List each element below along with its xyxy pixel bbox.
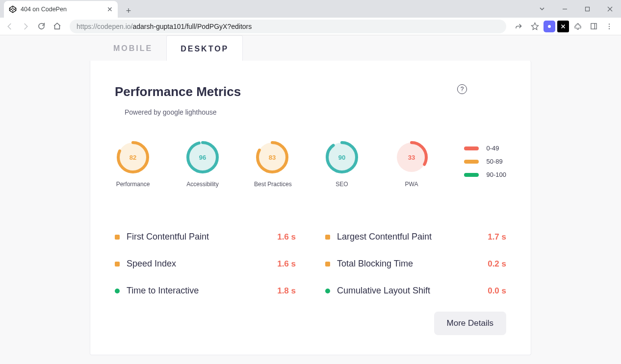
legend-row: 90-100: [464, 171, 506, 178]
star-icon[interactable]: [528, 20, 542, 33]
metric-value: 1.6 s: [271, 232, 296, 242]
metrics-panel: Performance Metrics Powered by google li…: [90, 61, 531, 355]
share-icon[interactable]: [512, 20, 526, 33]
forward-icon: [19, 20, 32, 33]
gauge-value: 90: [325, 141, 359, 174]
more-details-button[interactable]: More Details: [434, 312, 506, 335]
gauges-row: 82 Performance 96 Accessibility 83 Best …: [115, 141, 506, 188]
metric-row: First Contentful Paint 1.6 s: [115, 232, 296, 242]
gauge-seo: 90 SEO: [324, 141, 360, 188]
metric-name: Speed Index: [127, 259, 265, 269]
gauge-label: SEO: [324, 181, 360, 188]
score-legend: 0-4950-8990-100: [464, 141, 506, 178]
viewport: MOBILE DESKTOP Performance Metrics Power…: [0, 35, 621, 364]
extensions-icon[interactable]: [571, 20, 585, 33]
toolbar: https://codepen.io/adarsh-gupta101/full/…: [0, 18, 621, 35]
gauge-pwa: 33 PWA: [393, 141, 430, 188]
svg-point-2: [548, 25, 551, 28]
svg-point-7: [609, 28, 610, 29]
legend-pill: [464, 173, 479, 177]
legend-row: 50-89: [464, 158, 506, 165]
help-icon[interactable]: ?: [457, 84, 467, 94]
legend-row: 0-49: [464, 145, 506, 152]
new-tab-button[interactable]: +: [122, 4, 135, 18]
gauge-label: Accessibility: [184, 181, 221, 188]
gauge-accessibility: 96 Accessibility: [184, 141, 221, 188]
metric-row: Time to Interactive 1.8 s: [115, 286, 296, 296]
metric-name: Largest Contentful Paint: [337, 232, 476, 242]
back-icon: [3, 20, 17, 33]
gauge-label: Best Practices: [254, 181, 290, 188]
metric-dot-icon: [115, 262, 120, 267]
metric-row: Speed Index 1.6 s: [115, 259, 296, 269]
device-tabs: MOBILE DESKTOP: [90, 35, 531, 61]
svg-rect-3: [591, 24, 596, 29]
legend-text: 90-100: [487, 171, 506, 178]
close-icon[interactable]: [598, 0, 621, 18]
legend-pill: [464, 160, 479, 164]
metric-row: Largest Contentful Paint 1.7 s: [325, 232, 506, 242]
gauge-value: 83: [256, 141, 289, 174]
metric-dot-icon: [325, 262, 330, 267]
tab-strip: 404 on CodePen ✕ +: [0, 0, 621, 18]
metric-dot-icon: [115, 289, 120, 293]
gauge-label: Performance: [115, 181, 151, 188]
browser-tab[interactable]: 404 on CodePen ✕: [4, 1, 118, 18]
page-title: Performance Metrics: [115, 84, 241, 99]
metric-row: Total Blocking Time 0.2 s: [325, 259, 506, 269]
tab-desktop[interactable]: DESKTOP: [166, 35, 243, 61]
legend-text: 50-89: [487, 158, 503, 165]
home-icon[interactable]: [50, 20, 64, 33]
gauge-value: 33: [395, 141, 428, 174]
metric-name: First Contentful Paint: [127, 232, 265, 242]
tab-title: 404 on CodePen: [21, 6, 103, 13]
browser-chrome: 404 on CodePen ✕ + https://codepen.io/ad…: [0, 0, 621, 35]
legend-pill: [464, 146, 479, 150]
gauge-performance: 82 Performance: [115, 141, 151, 188]
gauge-best-practices: 83 Best Practices: [254, 141, 290, 188]
svg-rect-1: [585, 7, 589, 11]
svg-point-5: [609, 24, 610, 24]
menu-icon[interactable]: [602, 20, 616, 33]
url-path: adarsh-gupta101/full/PodPGyX?editors: [132, 23, 252, 30]
metric-name: Time to Interactive: [127, 286, 265, 296]
minimize-icon[interactable]: [553, 0, 576, 18]
chevron-down-icon[interactable]: [531, 0, 553, 18]
legend-text: 0-49: [487, 145, 499, 152]
metrics-grid: First Contentful Paint 1.6 s Largest Con…: [115, 232, 506, 296]
metric-name: Cumulative Layout Shift: [337, 286, 476, 296]
metric-value: 0.0 s: [482, 286, 506, 296]
sidepanel-icon[interactable]: [587, 20, 600, 33]
page-subtitle: Powered by google lighthouse: [125, 108, 241, 116]
tab-mobile[interactable]: MOBILE: [100, 35, 166, 61]
reload-icon[interactable]: [34, 20, 48, 33]
extension-icon-1[interactable]: [543, 21, 555, 32]
maximize-icon[interactable]: [576, 0, 598, 18]
address-bar[interactable]: https://codepen.io/adarsh-gupta101/full/…: [70, 20, 506, 33]
metric-row: Cumulative Layout Shift 0.0 s: [325, 286, 506, 296]
extension-icon-2[interactable]: [557, 21, 569, 32]
metric-dot-icon: [325, 289, 330, 293]
url-host: https://codepen.io/: [77, 23, 132, 30]
metric-value: 1.6 s: [271, 259, 296, 269]
close-tab-icon[interactable]: ✕: [107, 5, 113, 13]
gauge-label: PWA: [393, 181, 430, 188]
metric-value: 1.8 s: [271, 286, 296, 296]
svg-point-6: [609, 25, 610, 26]
metric-name: Total Blocking Time: [337, 259, 476, 269]
metric-value: 0.2 s: [482, 259, 506, 269]
gauge-value: 96: [186, 141, 219, 174]
metric-dot-icon: [325, 235, 330, 240]
metric-value: 1.7 s: [482, 232, 506, 242]
gauge-value: 82: [116, 141, 150, 174]
metric-dot-icon: [115, 235, 120, 240]
codepen-icon: [9, 5, 17, 13]
